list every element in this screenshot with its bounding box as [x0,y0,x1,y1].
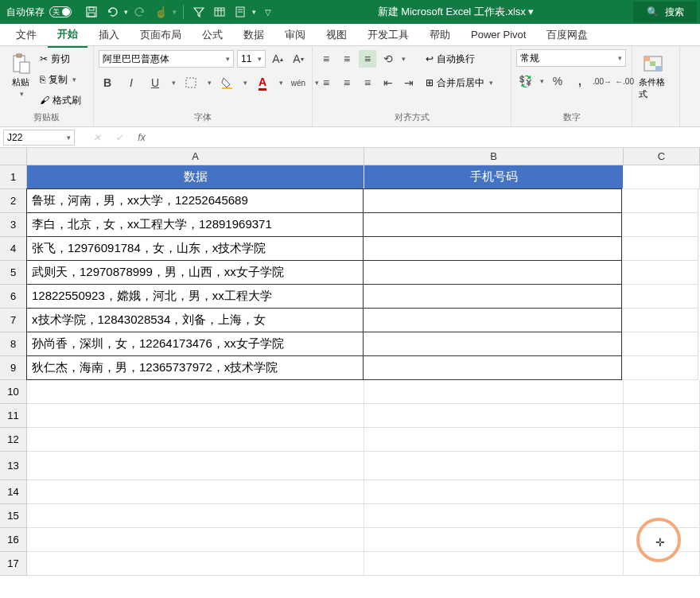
cell[interactable] [622,332,698,356]
cut-button[interactable]: ✂剪切 [40,49,81,68]
increase-indent-icon[interactable]: ⇥ [400,74,418,91]
row-header[interactable]: 9 [0,356,27,380]
row-header[interactable]: 1 [0,165,27,189]
touch-mode-icon[interactable]: ☝ [152,3,169,21]
cell[interactable] [624,480,700,504]
row-header[interactable]: 16 [0,528,27,552]
row-header[interactable]: 8 [0,332,27,356]
row-header[interactable]: 13 [0,452,27,480]
align-middle-icon[interactable]: ≡ [338,50,356,68]
currency-icon[interactable]: 💱 [516,72,534,90]
align-right-icon[interactable]: ≡ [359,74,376,91]
cell[interactable] [622,261,698,285]
cell[interactable] [364,552,624,576]
cell[interactable] [364,452,624,480]
cell[interactable] [363,284,622,309]
font-size-combo[interactable]: 11▾ [237,50,266,68]
cell[interactable] [364,428,624,452]
cell[interactable] [363,188,622,213]
fx-icon[interactable]: fx [132,130,151,146]
cell[interactable]: 狄仁杰，海南，男，12365737972，x技术学院 [26,355,364,380]
align-left-icon[interactable]: ≡ [317,74,335,91]
cell[interactable] [363,260,622,285]
tab-developer[interactable]: 开发工具 [358,23,418,47]
copy-button[interactable]: ⎘复制▾ [40,70,81,89]
merge-center-button[interactable]: ⊞合并后居中▾ [426,73,493,92]
row-header[interactable]: 11 [0,404,27,428]
conditional-format-button[interactable]: 条件格式 [637,49,669,103]
tab-view[interactable]: 视图 [317,23,356,47]
tab-baidu[interactable]: 百度网盘 [537,23,597,47]
increase-decimal-icon[interactable]: .00→ [593,72,611,90]
cell[interactable]: 鲁班，河南，男，xx大学，12252645689 [26,188,364,213]
row-header[interactable]: 6 [0,285,27,309]
cell[interactable] [27,504,364,528]
accept-formula-icon[interactable]: ✓ [110,130,129,146]
cancel-formula-icon[interactable]: ✕ [88,130,107,146]
cell[interactable] [27,380,364,404]
cell[interactable] [622,309,698,332]
cell[interactable] [624,404,700,428]
qat-customize-icon[interactable]: ▽ [259,3,277,21]
cell[interactable] [27,528,364,552]
tab-formulas[interactable]: 公式 [192,23,232,47]
cell[interactable] [364,504,624,528]
col-header-A[interactable]: A [27,148,364,165]
cell[interactable] [27,480,364,504]
cell[interactable] [624,428,700,452]
filter-icon[interactable] [190,3,208,21]
cell[interactable]: 孙尚香，深圳，女，12264173476，xx女子学院 [26,332,364,356]
font-name-combo[interactable]: 阿里巴巴普惠体▾ [99,50,234,68]
spreadsheet-grid[interactable]: A B C 1数据手机号码2鲁班，河南，男，xx大学，122526456893李… [0,148,700,576]
bold-button[interactable]: B [99,74,116,91]
cell[interactable] [27,552,364,576]
align-top-icon[interactable]: ≡ [317,50,335,68]
row-header[interactable]: 2 [0,189,27,213]
cell[interactable] [364,380,624,404]
phonetic-button[interactable]: wén [290,74,307,91]
table-icon[interactable] [211,3,228,21]
cell[interactable] [622,213,698,237]
align-bottom-icon[interactable]: ≡ [359,50,376,68]
cell[interactable] [27,428,364,452]
number-format-combo[interactable]: 常规▾ [516,49,626,67]
row-header[interactable]: 10 [0,380,27,404]
col-header-C[interactable]: C [624,148,700,165]
wrap-text-button[interactable]: ↩自动换行 [426,49,493,68]
row-header[interactable]: 15 [0,504,27,528]
row-header[interactable]: 3 [0,213,27,237]
name-box[interactable]: J22 ▾ [3,130,75,146]
autosave-toggle[interactable]: 关 [49,6,72,17]
font-color-button[interactable]: A [254,74,271,91]
percent-icon[interactable]: % [549,72,566,90]
tab-file[interactable]: 文件 [6,23,46,47]
cell[interactable] [622,285,698,309]
paste-button[interactable]: 粘贴 ▾ [5,49,37,101]
orientation-icon[interactable]: ⟲ [379,50,397,68]
save-icon[interactable] [83,3,100,21]
cell[interactable] [364,480,624,504]
form-icon[interactable] [231,3,249,21]
italic-button[interactable]: I [122,74,140,91]
formula-input[interactable] [154,130,697,146]
row-header[interactable]: 14 [0,480,27,504]
cell[interactable] [363,212,622,237]
underline-button[interactable]: U [146,74,164,91]
cell[interactable]: 数据 [27,165,364,189]
row-header[interactable]: 5 [0,261,27,285]
row-header[interactable]: 7 [0,309,27,332]
format-painter-button[interactable]: 🖌格式刷 [40,91,81,110]
cell[interactable]: 手机号码 [364,165,624,189]
cell[interactable]: 12822550923，嫦娥，河北，男，xx工程大学 [26,284,364,309]
row-header[interactable]: 4 [0,237,27,261]
tab-review[interactable]: 审阅 [275,23,315,47]
tab-page-layout[interactable]: 页面布局 [130,23,191,47]
decrease-font-icon[interactable]: A▾ [290,50,307,68]
autosave-control[interactable]: 自动保存 关 [0,6,78,19]
cell[interactable] [622,189,698,213]
cell[interactable]: x技术学院，12843028534，刘备，上海，女 [26,308,364,332]
border-button[interactable] [182,74,200,91]
align-center-icon[interactable]: ≡ [338,74,356,91]
tab-insert[interactable]: 插入 [89,23,129,47]
row-header[interactable]: 17 [0,552,27,576]
